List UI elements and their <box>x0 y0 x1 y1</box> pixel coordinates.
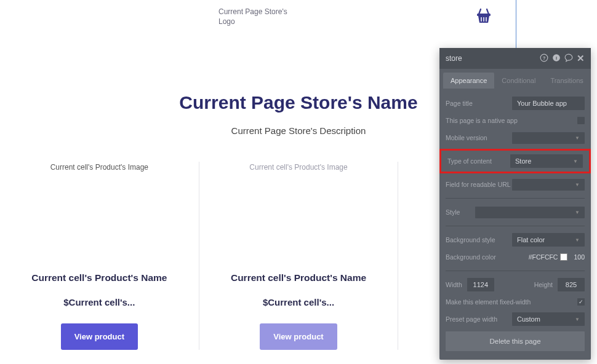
select-preset-width-value: Custom <box>517 315 540 323</box>
input-width[interactable] <box>467 278 494 291</box>
label-width: Width <box>446 281 462 288</box>
label-readable-url: Field for readable URL <box>446 181 512 188</box>
tab-transitions[interactable]: Transitions <box>543 73 590 89</box>
tab-conditional[interactable]: Conditional <box>494 73 543 89</box>
divider <box>446 198 585 199</box>
row-mobile-version: Mobile version ▼ <box>446 129 585 146</box>
svg-rect-0 <box>477 14 491 16</box>
label-style: Style <box>446 208 475 216</box>
page-header: Current Page Store's Logo <box>0 0 597 34</box>
divider <box>446 226 585 226</box>
chevron-down-icon: ▼ <box>575 135 580 141</box>
divider <box>446 271 585 271</box>
select-type-of-content-value: Store <box>515 157 531 165</box>
row-page-title: Page title <box>446 95 585 112</box>
info-icon[interactable]: i <box>552 53 561 64</box>
checkbox-fixed-width[interactable]: ✓ <box>577 298 585 306</box>
product-card[interactable]: Current cell's Product's Image Current c… <box>199 162 399 350</box>
chevron-down-icon: ▼ <box>575 182 580 188</box>
label-type-of-content: Type of content <box>447 157 510 165</box>
label-native-app: This page is a native app <box>446 117 577 124</box>
tab-appearance[interactable]: Appearance <box>443 73 494 89</box>
label-page-title: Page title <box>446 100 512 107</box>
svg-text:i: i <box>556 55 557 60</box>
panel-body: Page title This page is a native app Mob… <box>439 89 591 360</box>
label-background-style: Background style <box>446 236 512 243</box>
label-fixed-width: Make this element fixed-width <box>446 298 577 306</box>
row-preset-width: Preset page width Custom ▼ <box>446 311 585 328</box>
label-background-color: Background color <box>446 253 529 261</box>
product-image-placeholder: Current cell's Product's Image <box>7 162 191 260</box>
label-height: Height <box>534 281 553 288</box>
product-price: $Current cell's... <box>7 297 191 307</box>
bg-color-hex[interactable]: #FCFCFC <box>529 253 558 261</box>
select-readable-url[interactable]: ▼ <box>512 179 585 191</box>
basket-icon[interactable] <box>475 8 492 26</box>
bg-color-swatch[interactable] <box>560 253 567 261</box>
row-type-of-content: Type of content Store ▼ <box>439 149 591 173</box>
chevron-down-icon: ▼ <box>575 317 580 322</box>
canvas-divider <box>516 0 516 48</box>
logo-placeholder[interactable]: Current Page Store's Logo <box>218 7 298 26</box>
comment-icon[interactable] <box>564 53 573 64</box>
select-type-of-content[interactable]: Store ▼ <box>510 154 583 168</box>
input-page-title[interactable] <box>512 97 585 110</box>
checkbox-native-app[interactable] <box>577 117 585 124</box>
row-fixed-width: Make this element fixed-width ✓ <box>446 293 585 311</box>
bg-color-opacity[interactable]: 100 <box>574 253 585 261</box>
chevron-down-icon: ▼ <box>575 237 580 243</box>
input-height[interactable] <box>558 278 585 291</box>
panel-tabs: Appearance Conditional Transitions <box>439 69 591 89</box>
chevron-down-icon: ▼ <box>573 159 578 164</box>
close-icon[interactable]: ✕ <box>577 53 585 64</box>
label-preset-width: Preset page width <box>446 315 512 323</box>
property-panel: store ? i ✕ Appearance Conditional Trans… <box>439 48 591 360</box>
select-mobile-version[interactable]: ▼ <box>512 132 585 144</box>
product-name: Current cell's Product's Name <box>7 272 191 283</box>
row-native-app: This page is a native app <box>446 112 585 129</box>
select-background-style-value: Flat color <box>517 236 545 243</box>
product-price: $Current cell's... <box>207 297 391 307</box>
row-background-color: Background color #FCFCFC 100 <box>446 248 585 266</box>
panel-title: store <box>446 54 462 63</box>
panel-header[interactable]: store ? i ✕ <box>439 48 591 69</box>
select-style[interactable]: ▼ <box>475 207 585 218</box>
row-dimensions: Width Height <box>446 276 585 293</box>
label-mobile-version: Mobile version <box>446 134 512 141</box>
row-style: Style ▼ <box>446 204 585 221</box>
view-product-button[interactable]: View product <box>61 323 138 350</box>
product-name: Current cell's Product's Name <box>207 272 391 283</box>
view-product-button[interactable]: View product <box>260 323 337 350</box>
select-background-style[interactable]: Flat color ▼ <box>512 233 585 247</box>
delete-page-button[interactable]: Delete this page <box>446 331 585 351</box>
row-readable-url: Field for readable URL ▼ <box>446 176 585 193</box>
help-icon[interactable]: ? <box>540 53 548 64</box>
select-preset-width[interactable]: Custom ▼ <box>512 312 585 326</box>
row-background-style: Background style Flat color ▼ <box>446 231 585 248</box>
chevron-down-icon: ▼ <box>575 210 580 215</box>
svg-text:?: ? <box>543 55 546 60</box>
product-image-placeholder: Current cell's Product's Image <box>207 162 391 260</box>
product-card[interactable]: Current cell's Product's Image Current c… <box>0 162 199 350</box>
